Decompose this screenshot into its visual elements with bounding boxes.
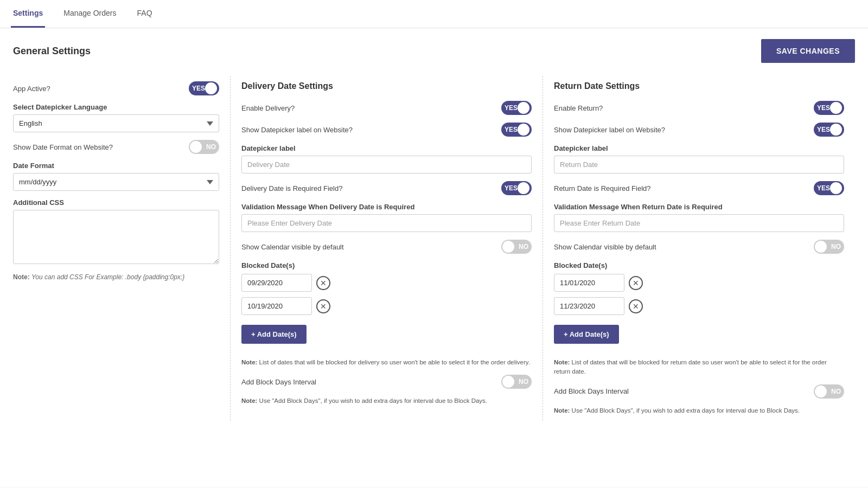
delivery-show-datepicker-track[interactable]: YES xyxy=(501,123,532,137)
delivery-block-days-toggle[interactable]: NO xyxy=(501,375,532,389)
return-blocked-note: Note: List of dates that will be blocked… xyxy=(554,358,844,377)
return-datepicker-label-label: Datepicker label xyxy=(554,144,844,152)
delivery-add-date-button[interactable]: + Add Date(s) xyxy=(241,325,307,344)
save-changes-button[interactable]: SAVE CHANGES xyxy=(761,39,855,63)
return-block-days-row: Add Block Days Interval NO xyxy=(554,384,844,399)
return-show-datepicker-row: Show Datepicker label on Website? YES xyxy=(554,123,844,137)
delivery-required-toggle[interactable]: YES xyxy=(501,181,532,195)
datepicker-language-select[interactable]: English French Spanish German xyxy=(13,114,219,132)
return-show-calendar-label: Show Calendar visible by default xyxy=(554,243,656,251)
settings-columns: App Active? YES Select Datepicker Langua… xyxy=(13,76,855,421)
enable-return-track[interactable]: YES xyxy=(814,101,844,115)
return-block-days-note-label: Note: xyxy=(554,407,570,414)
return-validation-group: Validation Message When Return Date is R… xyxy=(554,203,844,232)
return-add-date-button[interactable]: + Add Date(s) xyxy=(554,325,619,344)
return-show-datepicker-label: Show Datepicker label on Website? xyxy=(554,126,665,134)
date-format-select[interactable]: mm/dd/yyyy dd/mm/yyyy yyyy/mm/dd xyxy=(13,173,219,191)
return-blocked-date-row-1: ✕ xyxy=(554,297,844,315)
enable-delivery-toggle[interactable]: YES xyxy=(501,101,532,115)
enable-delivery-row: Enable Delivery? YES xyxy=(241,101,532,115)
enable-return-label: Enable Return? xyxy=(554,104,603,112)
show-date-format-thumb xyxy=(190,141,202,153)
delivery-validation-input[interactable] xyxy=(241,214,532,232)
return-remove-date-button-0[interactable]: ✕ xyxy=(629,276,643,290)
delivery-show-datepicker-thumb xyxy=(518,124,529,136)
delivery-datepicker-label-group: Datepicker label xyxy=(241,144,532,174)
delivery-required-row: Delivery Date is Required Field? YES xyxy=(241,181,532,195)
return-remove-date-button-1[interactable]: ✕ xyxy=(629,299,643,313)
nav-item-manage-orders[interactable]: Manage Orders xyxy=(61,0,118,28)
enable-return-state: YES xyxy=(817,104,830,112)
app-active-toggle[interactable]: YES xyxy=(189,81,219,95)
page-header: General Settings SAVE CHANGES xyxy=(13,39,855,63)
return-blocked-dates-label: Blocked Date(s) xyxy=(554,261,844,269)
return-required-track[interactable]: YES xyxy=(814,181,844,195)
return-block-days-toggle[interactable]: NO xyxy=(814,384,844,399)
delivery-required-track[interactable]: YES xyxy=(501,181,532,195)
delivery-block-days-thumb xyxy=(502,376,514,388)
enable-delivery-track[interactable]: YES xyxy=(501,101,532,115)
delivery-blocked-date-row-0: ✕ xyxy=(241,274,532,292)
app-active-thumb xyxy=(205,82,217,94)
additional-css-label: Additional CSS xyxy=(13,198,219,207)
return-required-toggle[interactable]: YES xyxy=(814,181,844,195)
delivery-show-calendar-track[interactable]: NO xyxy=(501,240,532,254)
delivery-show-datepicker-row: Show Datepicker label on Website? YES xyxy=(241,123,532,137)
return-show-datepicker-state: YES xyxy=(817,126,830,133)
delivery-show-calendar-toggle[interactable]: NO xyxy=(501,240,532,254)
enable-return-row: Enable Return? YES xyxy=(554,101,844,115)
show-date-format-toggle[interactable]: NO xyxy=(189,140,219,154)
delivery-show-calendar-label: Show Calendar visible by default xyxy=(241,243,344,251)
delivery-remove-date-button-1[interactable]: ✕ xyxy=(316,299,330,313)
return-show-calendar-track[interactable]: NO xyxy=(814,240,844,254)
general-settings-column: App Active? YES Select Datepicker Langua… xyxy=(13,76,230,421)
css-note-label: Note: xyxy=(13,273,30,281)
delivery-remove-date-button-0[interactable]: ✕ xyxy=(316,276,330,290)
return-block-days-track[interactable]: NO xyxy=(814,384,844,399)
delivery-blocked-date-input-0[interactable] xyxy=(241,274,312,292)
enable-return-toggle[interactable]: YES xyxy=(814,101,844,115)
return-show-calendar-state: NO xyxy=(831,243,841,251)
delivery-validation-label: Validation Message When Delivery Date is… xyxy=(241,203,532,211)
return-block-days-label: Add Block Days Interval xyxy=(554,387,629,395)
return-validation-input[interactable] xyxy=(554,214,844,232)
nav-item-settings[interactable]: Settings xyxy=(11,0,45,28)
return-required-row: Return Date is Required Field? YES xyxy=(554,181,844,195)
delivery-show-datepicker-state: YES xyxy=(505,126,518,133)
additional-css-textarea[interactable] xyxy=(13,210,219,264)
show-date-format-label: Show Date Format on Website? xyxy=(13,143,113,151)
delivery-show-datepicker-toggle[interactable]: YES xyxy=(501,123,532,137)
delivery-validation-group: Validation Message When Delivery Date is… xyxy=(241,203,532,232)
delivery-blocked-dates-group: Blocked Date(s) ✕ ✕ + Add Date(s) xyxy=(241,261,532,350)
css-note-text: You can add CSS For Example: .body {padd… xyxy=(31,273,184,281)
show-date-format-track[interactable]: NO xyxy=(189,140,219,154)
return-blocked-dates-group: Blocked Date(s) ✕ ✕ + Add Date(s) xyxy=(554,261,844,350)
enable-delivery-state: YES xyxy=(505,104,518,112)
delivery-settings-column: Delivery Date Settings Enable Delivery? … xyxy=(230,76,542,421)
return-blocked-date-input-1[interactable] xyxy=(554,297,624,315)
return-datepicker-label-group: Datepicker label xyxy=(554,144,844,174)
delivery-datepicker-label-input[interactable] xyxy=(241,156,532,174)
datepicker-language-group: Select Datepicker Language English Frenc… xyxy=(13,103,219,132)
delivery-blocked-date-input-1[interactable] xyxy=(241,297,312,315)
delivery-block-days-note: Note: Use "Add Block Days", if you wish … xyxy=(241,396,532,406)
delivery-show-calendar-thumb xyxy=(502,241,514,253)
enable-delivery-thumb xyxy=(518,102,529,114)
delivery-block-days-track[interactable]: NO xyxy=(501,375,532,389)
datepicker-language-label: Select Datepicker Language xyxy=(13,103,219,111)
app-active-track[interactable]: YES xyxy=(189,81,219,95)
page-content: General Settings SAVE CHANGES App Active… xyxy=(0,28,868,487)
date-format-group: Date Format mm/dd/yyyy dd/mm/yyyy yyyy/m… xyxy=(13,162,219,191)
delivery-blocked-note-label: Note: xyxy=(241,359,257,365)
delivery-show-calendar-state: NO xyxy=(519,243,528,251)
nav-item-faq[interactable]: FAQ xyxy=(135,0,155,28)
return-blocked-note-label: Note: xyxy=(554,359,570,365)
return-blocked-date-input-0[interactable] xyxy=(554,274,624,292)
return-datepicker-label-input[interactable] xyxy=(554,156,844,174)
return-show-calendar-toggle[interactable]: NO xyxy=(814,240,844,254)
return-required-state: YES xyxy=(817,184,830,192)
return-show-datepicker-track[interactable]: YES xyxy=(814,123,844,137)
return-show-datepicker-toggle[interactable]: YES xyxy=(814,123,844,137)
delivery-blocked-date-row-1: ✕ xyxy=(241,297,532,315)
show-date-format-state: NO xyxy=(206,143,216,151)
